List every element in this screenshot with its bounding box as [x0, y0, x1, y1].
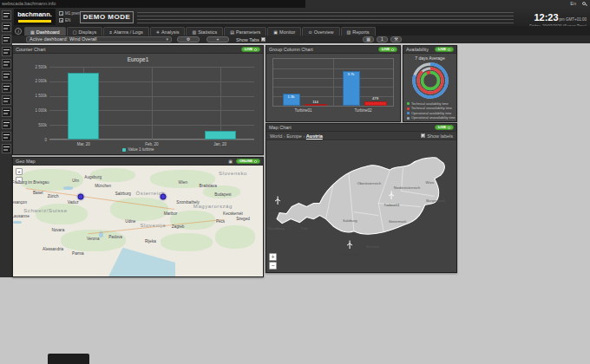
geo-map-body[interactable]: + − Schweiz/SuisseÖsterreichSlovenijaMag…	[13, 166, 263, 276]
widget-grid-button[interactable]: ▦	[363, 36, 374, 42]
city-label-kecskem-t: Kecskemét	[223, 211, 243, 216]
donut-legend-item[interactable]: Technical unavailability time	[407, 107, 456, 112]
zoom-in-button[interactable]: +	[16, 168, 23, 175]
breadcrumb-world[interactable]: World	[270, 133, 282, 139]
sidebar-widget-thumb[interactable]	[2, 83, 11, 93]
donut-legend: Technical availability timeTechnical una…	[407, 101, 456, 120]
x-axis-label: Jan, 20	[213, 142, 226, 146]
breadcrumb-austria[interactable]: Austria	[306, 133, 323, 139]
live-badge[interactable]: LIVE	[241, 47, 260, 52]
donut-legend-item[interactable]: Operational availability time	[407, 111, 456, 116]
sidebar-widget-thumb[interactable]	[2, 132, 11, 141]
city-label-m-nchen: München	[95, 184, 111, 188]
app-header: bachmann. →M1 premium ◂EN DEMO MODE 12:2…	[0, 8, 590, 26]
city-label-budapest: Budapest	[214, 192, 231, 197]
layers-icon[interactable]: ▣	[228, 159, 233, 164]
bachmann-logo: bachmann.	[14, 9, 56, 25]
sidebar-widget-thumb[interactable]	[2, 59, 11, 68]
sidebar-widget-thumb[interactable]	[2, 95, 11, 105]
bar-red-Turbine02[interactable]	[364, 101, 387, 106]
sidebar-widget-thumb[interactable]	[2, 71, 11, 81]
bar-Jan-20[interactable]	[205, 131, 236, 140]
donut-legend-item[interactable]: Operational unavailability time	[407, 116, 456, 121]
browser-language[interactable]: En	[570, 0, 576, 8]
y-axis-tick: 2 000k	[35, 79, 47, 83]
online-badge[interactable]: ONLINE	[236, 159, 260, 164]
show-labels-toggle[interactable]: ✓ Show labels	[421, 133, 453, 139]
donut-legend-item[interactable]: Technical availability time	[407, 101, 456, 107]
map-chart-header[interactable]: Map Chart LIVE	[266, 124, 456, 132]
tab-label: Displays	[78, 29, 96, 35]
clock-time: 12:23	[534, 12, 558, 23]
language-label[interactable]: EN	[65, 18, 70, 23]
city-label-rijeka: Rijeka	[145, 239, 156, 244]
availability-header[interactable]: Availability LIVE	[403, 46, 456, 54]
tab-dashboard[interactable]: ▦Dashboard	[24, 27, 66, 36]
forest-patch	[215, 225, 255, 249]
info-icon[interactable]: i	[15, 28, 22, 35]
tab-label: Overview	[314, 29, 334, 35]
region-label-oberösterreich: Oberösterreich	[357, 181, 381, 185]
bar-Mar-20[interactable]	[68, 73, 99, 140]
sidebar-widget-thumb[interactable]	[2, 107, 11, 117]
geo-map-header[interactable]: Geo Map ▣ ONLINE	[13, 158, 263, 166]
monitor-select-button[interactable]: 1	[377, 36, 388, 42]
turbine-marker-turbine03[interactable]: Turbine03	[342, 237, 357, 257]
city-label-salzburg: Salzburg	[115, 192, 131, 196]
availability-title: Availability	[406, 47, 429, 52]
turbine-label: Turbine01	[384, 203, 400, 207]
active-dashboard-select[interactable]: Active dashboard: Wind Overall ▾	[26, 36, 172, 42]
tools-button[interactable]: ⚒	[390, 36, 402, 42]
tab-reports[interactable]: ▧Reports	[341, 27, 376, 36]
tab-displays[interactable]: ▢Displays	[67, 27, 103, 36]
zoom-out-button[interactable]: −	[269, 262, 277, 270]
map-chart-toolbar: World › Europe › Austria ✓ Show labels	[266, 132, 456, 140]
turbine-marker-turbine01[interactable]: Turbine01	[384, 187, 400, 207]
x-axis-label: Turbine02	[354, 108, 371, 113]
sidebar-widget-thumb[interactable]	[2, 144, 11, 153]
tab-analysis[interactable]: ✳Analysis	[150, 27, 186, 36]
counter-chart-header[interactable]: Counter Chart LIVE	[13, 46, 263, 54]
sidebar-widget-thumb[interactable]	[2, 120, 11, 129]
y-axis-tick: 1 500k	[35, 94, 47, 98]
dashboard-settings-button[interactable]: ⚙	[177, 36, 200, 42]
austria-map[interactable]: + − VorarlbergTirolSalzburgOberösterreic…	[266, 141, 456, 272]
tab-parameters[interactable]: ▤Parameters	[224, 27, 266, 36]
site-marker-2[interactable]	[160, 193, 166, 199]
live-badge[interactable]: LIVE	[435, 125, 454, 130]
region-label-wien: Wien	[426, 179, 435, 184]
clock-timezone: pm GMT+01:00	[560, 17, 587, 22]
live-badge[interactable]: LIVE	[378, 47, 397, 52]
sidebar-widget-thumb[interactable]	[2, 10, 11, 20]
plus-icon: +	[217, 37, 220, 42]
show-tabs-toggle[interactable]: Show Tabs ✓	[236, 37, 266, 42]
site-marker-1[interactable]	[77, 193, 83, 199]
group-column-chart-header[interactable]: Group Column Chart LIVE	[266, 46, 400, 54]
counter-chart-legend[interactable]: Value 1 turbine	[13, 147, 263, 152]
bar-red-Turbine01[interactable]	[305, 104, 327, 106]
monitor-icon: 1	[381, 37, 384, 42]
tab-monitor[interactable]: ▣Monitor	[267, 27, 301, 36]
breadcrumb-europe[interactable]: Europe	[286, 133, 302, 139]
chevron-down-icon: ▾	[166, 37, 168, 42]
live-badge[interactable]: LIVE	[435, 47, 454, 52]
tab-overview[interactable]: ⊙Overview	[302, 27, 339, 36]
city-label-udine: Udine	[125, 219, 135, 224]
city-label-szeged: Szeged	[236, 217, 250, 221]
group-column-chart-panel: Group Column Chart LIVE 1.3k114Turbine01…	[266, 45, 401, 122]
tab-alarms-logs[interactable]: ≡Alarms / Logs	[103, 27, 149, 36]
zoom-in-button[interactable]: +	[269, 253, 277, 261]
turbine-marker-turbine02[interactable]: Turbine02	[270, 192, 285, 212]
legend-label: Technical availability time	[411, 102, 449, 106]
sidebar-widget-thumb[interactable]	[2, 35, 11, 44]
search-icon[interactable]	[582, 2, 586, 5]
city-label-novara: Novara	[51, 228, 64, 232]
sidebar-widget-thumb[interactable]	[2, 47, 11, 56]
add-dashboard-button[interactable]: +	[206, 36, 229, 42]
city-label-padova: Padova	[108, 234, 122, 238]
show-tabs-checkbox[interactable]: ✓	[261, 37, 266, 42]
map-chart-panel: Map Chart LIVE World › Europe › Austria …	[266, 123, 457, 273]
sidebar-widget-thumb[interactable]	[2, 23, 11, 32]
show-labels-checkbox[interactable]: ✓	[421, 133, 425, 138]
tab-statistics[interactable]: ▥Statistics	[186, 27, 223, 36]
